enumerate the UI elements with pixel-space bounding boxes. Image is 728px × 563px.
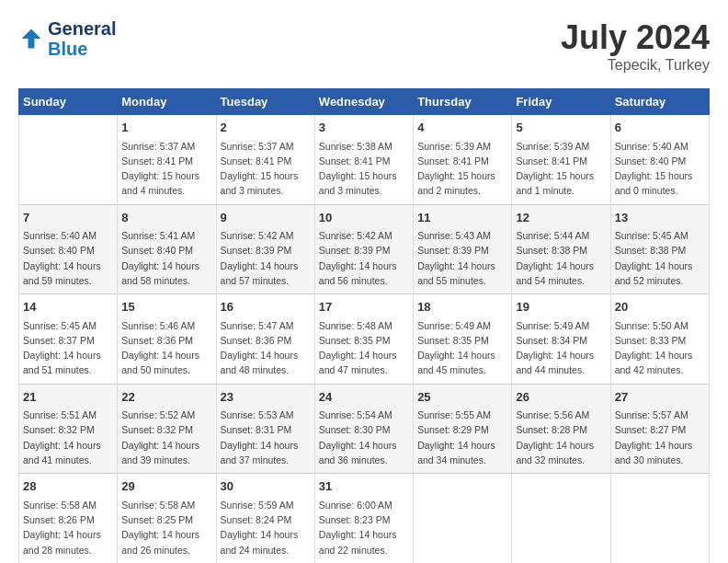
day-info: Sunrise: 5:57 AM Sunset: 8:27 PM Dayligh… xyxy=(615,408,705,467)
calendar-cell: 25Sunrise: 5:55 AM Sunset: 8:29 PM Dayli… xyxy=(414,384,512,474)
day-info: Sunrise: 5:49 AM Sunset: 8:34 PM Dayligh… xyxy=(516,318,606,378)
day-number: 2 xyxy=(221,119,311,137)
calendar-cell: 1Sunrise: 5:37 AM Sunset: 8:41 PM Daylig… xyxy=(118,115,216,205)
day-info: Sunrise: 5:54 AM Sunset: 8:30 PM Dayligh… xyxy=(319,408,409,467)
day-info: Sunrise: 5:53 AM Sunset: 8:31 PM Dayligh… xyxy=(221,408,311,467)
week-row-3: 14Sunrise: 5:45 AM Sunset: 8:37 PM Dayli… xyxy=(19,294,710,385)
calendar-cell xyxy=(19,115,118,205)
calendar-cell: 4Sunrise: 5:39 AM Sunset: 8:41 PM Daylig… xyxy=(414,115,512,205)
column-header-saturday: Saturday xyxy=(610,89,709,115)
calendar-cell: 30Sunrise: 5:59 AM Sunset: 8:24 PM Dayli… xyxy=(216,474,314,563)
day-info: Sunrise: 5:39 AM Sunset: 8:41 PM Dayligh… xyxy=(417,139,507,199)
calendar-cell: 11Sunrise: 5:43 AM Sunset: 8:39 PM Dayli… xyxy=(414,204,512,294)
calendar-cell: 7Sunrise: 5:40 AM Sunset: 8:40 PM Daylig… xyxy=(19,204,118,294)
day-number: 16 xyxy=(221,298,311,316)
header-row: SundayMondayTuesdayWednesdayThursdayFrid… xyxy=(19,89,710,115)
day-info: Sunrise: 5:42 AM Sunset: 8:39 PM Dayligh… xyxy=(319,228,409,288)
calendar-cell: 19Sunrise: 5:49 AM Sunset: 8:34 PM Dayli… xyxy=(512,294,610,385)
week-row-2: 7Sunrise: 5:40 AM Sunset: 8:40 PM Daylig… xyxy=(19,204,710,294)
day-info: Sunrise: 5:45 AM Sunset: 8:37 PM Dayligh… xyxy=(23,318,113,378)
day-info: Sunrise: 5:47 AM Sunset: 8:36 PM Dayligh… xyxy=(221,318,311,378)
calendar-cell xyxy=(610,474,709,563)
day-number: 23 xyxy=(221,388,311,407)
day-info: Sunrise: 5:40 AM Sunset: 8:40 PM Dayligh… xyxy=(23,228,113,288)
calendar-cell: 27Sunrise: 5:57 AM Sunset: 8:27 PM Dayli… xyxy=(610,384,709,474)
day-info: Sunrise: 5:37 AM Sunset: 8:41 PM Dayligh… xyxy=(221,139,311,199)
title-block: July 2024 Tepecik, Turkey xyxy=(561,18,710,74)
day-info: Sunrise: 5:55 AM Sunset: 8:29 PM Dayligh… xyxy=(417,408,507,467)
calendar-cell: 6Sunrise: 5:40 AM Sunset: 8:40 PM Daylig… xyxy=(610,115,709,205)
day-number: 6 xyxy=(615,119,705,137)
day-number: 14 xyxy=(23,298,113,316)
day-number: 26 xyxy=(516,388,606,407)
day-info: Sunrise: 5:50 AM Sunset: 8:33 PM Dayligh… xyxy=(615,318,705,378)
day-info: Sunrise: 5:58 AM Sunset: 8:25 PM Dayligh… xyxy=(121,498,211,557)
day-number: 15 xyxy=(121,298,211,316)
calendar-cell: 8Sunrise: 5:41 AM Sunset: 8:40 PM Daylig… xyxy=(118,204,216,294)
subtitle: Tepecik, Turkey xyxy=(561,57,710,74)
day-info: Sunrise: 5:44 AM Sunset: 8:38 PM Dayligh… xyxy=(516,228,606,288)
day-info: Sunrise: 5:37 AM Sunset: 8:41 PM Dayligh… xyxy=(121,139,211,199)
day-number: 18 xyxy=(417,298,507,316)
column-header-friday: Friday xyxy=(512,89,610,115)
day-info: Sunrise: 5:45 AM Sunset: 8:38 PM Dayligh… xyxy=(615,228,705,288)
calendar-cell: 18Sunrise: 5:49 AM Sunset: 8:35 PM Dayli… xyxy=(414,294,512,385)
day-info: Sunrise: 5:49 AM Sunset: 8:35 PM Dayligh… xyxy=(417,318,507,378)
day-number: 10 xyxy=(319,209,409,227)
week-row-1: 1Sunrise: 5:37 AM Sunset: 8:41 PM Daylig… xyxy=(19,115,710,205)
day-info: Sunrise: 5:39 AM Sunset: 8:41 PM Dayligh… xyxy=(516,139,606,199)
svg-marker-0 xyxy=(22,29,41,49)
day-number: 3 xyxy=(319,119,409,137)
day-info: Sunrise: 5:56 AM Sunset: 8:28 PM Dayligh… xyxy=(516,408,606,467)
column-header-wednesday: Wednesday xyxy=(314,89,413,115)
calendar-cell: 14Sunrise: 5:45 AM Sunset: 8:37 PM Dayli… xyxy=(19,294,118,385)
calendar-cell: 29Sunrise: 5:58 AM Sunset: 8:25 PM Dayli… xyxy=(118,474,216,563)
day-number: 4 xyxy=(417,119,507,137)
logo: General Blue xyxy=(18,18,116,59)
calendar-cell: 24Sunrise: 5:54 AM Sunset: 8:30 PM Dayli… xyxy=(314,384,413,474)
calendar-cell: 15Sunrise: 5:46 AM Sunset: 8:36 PM Dayli… xyxy=(118,294,216,385)
column-header-monday: Monday xyxy=(118,89,216,115)
day-number: 7 xyxy=(23,209,113,227)
calendar-cell: 9Sunrise: 5:42 AM Sunset: 8:39 PM Daylig… xyxy=(216,204,314,294)
week-row-5: 28Sunrise: 5:58 AM Sunset: 8:26 PM Dayli… xyxy=(19,474,710,563)
day-number: 30 xyxy=(221,477,311,496)
day-info: Sunrise: 5:40 AM Sunset: 8:40 PM Dayligh… xyxy=(615,139,705,199)
calendar-cell: 16Sunrise: 5:47 AM Sunset: 8:36 PM Dayli… xyxy=(216,294,314,385)
day-number: 13 xyxy=(615,209,705,227)
day-number: 21 xyxy=(23,388,113,407)
day-number: 1 xyxy=(121,119,211,137)
calendar-cell: 31Sunrise: 6:00 AM Sunset: 8:23 PM Dayli… xyxy=(314,474,413,563)
day-info: Sunrise: 5:43 AM Sunset: 8:39 PM Dayligh… xyxy=(417,228,507,288)
day-number: 12 xyxy=(516,209,606,227)
main-title: July 2024 xyxy=(561,18,710,57)
calendar-cell: 12Sunrise: 5:44 AM Sunset: 8:38 PM Dayli… xyxy=(512,204,610,294)
day-info: Sunrise: 6:00 AM Sunset: 8:23 PM Dayligh… xyxy=(319,498,409,557)
day-info: Sunrise: 5:41 AM Sunset: 8:40 PM Dayligh… xyxy=(121,228,211,288)
page-header: General Blue July 2024 Tepecik, Turkey xyxy=(18,18,710,74)
day-number: 20 xyxy=(615,298,705,316)
calendar-cell: 28Sunrise: 5:58 AM Sunset: 8:26 PM Dayli… xyxy=(19,474,118,563)
column-header-thursday: Thursday xyxy=(414,89,512,115)
logo-icon xyxy=(18,26,44,52)
day-number: 25 xyxy=(417,388,507,407)
calendar-cell: 5Sunrise: 5:39 AM Sunset: 8:41 PM Daylig… xyxy=(512,115,610,205)
calendar-cell: 22Sunrise: 5:52 AM Sunset: 8:32 PM Dayli… xyxy=(118,384,216,474)
logo-text-line2: Blue xyxy=(48,39,116,59)
calendar-cell: 2Sunrise: 5:37 AM Sunset: 8:41 PM Daylig… xyxy=(216,115,314,205)
calendar-cell: 10Sunrise: 5:42 AM Sunset: 8:39 PM Dayli… xyxy=(314,204,413,294)
column-header-sunday: Sunday xyxy=(19,89,118,115)
day-info: Sunrise: 5:46 AM Sunset: 8:36 PM Dayligh… xyxy=(121,318,211,378)
day-info: Sunrise: 5:48 AM Sunset: 8:35 PM Dayligh… xyxy=(319,318,409,378)
day-number: 5 xyxy=(516,119,606,137)
calendar-cell xyxy=(414,474,512,563)
day-number: 29 xyxy=(121,477,211,496)
calendar-cell: 13Sunrise: 5:45 AM Sunset: 8:38 PM Dayli… xyxy=(610,204,709,294)
calendar-cell: 23Sunrise: 5:53 AM Sunset: 8:31 PM Dayli… xyxy=(216,384,314,474)
day-number: 27 xyxy=(615,388,705,407)
column-header-tuesday: Tuesday xyxy=(216,89,314,115)
day-info: Sunrise: 5:38 AM Sunset: 8:41 PM Dayligh… xyxy=(319,139,409,199)
calendar-table: SundayMondayTuesdayWednesdayThursdayFrid… xyxy=(18,88,710,563)
calendar-cell: 21Sunrise: 5:51 AM Sunset: 8:32 PM Dayli… xyxy=(19,384,118,474)
day-number: 31 xyxy=(319,477,409,496)
